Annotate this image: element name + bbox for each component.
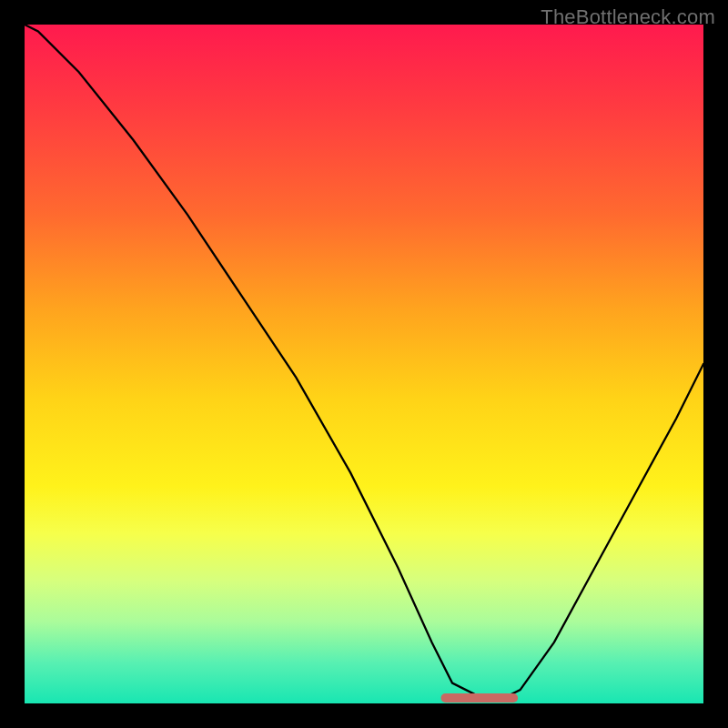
chart-overlay-svg [25, 25, 703, 703]
attribution-text: TheBottleneck.com [541, 5, 715, 29]
plot-area [25, 25, 703, 703]
bottleneck-curve-path [25, 25, 703, 697]
chart-frame: TheBottleneck.com [0, 0, 728, 728]
